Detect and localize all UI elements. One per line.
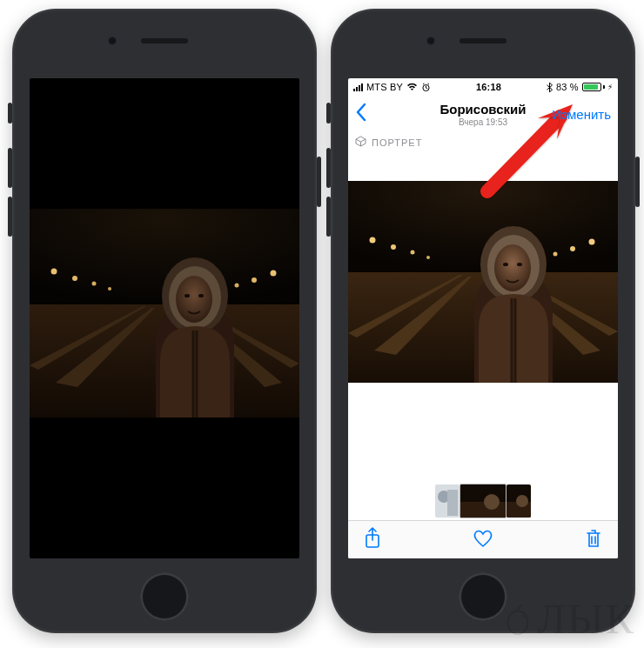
earpiece-speaker: [460, 38, 506, 43]
portrait-photo-illustration: [30, 209, 299, 418]
svg-point-29: [503, 263, 508, 266]
svg-point-39: [516, 495, 528, 507]
battery-icon: ⚡︎: [582, 83, 613, 91]
back-button[interactable]: [355, 103, 367, 125]
svg-rect-33: [447, 490, 458, 516]
power-button: [635, 157, 640, 207]
apple-icon: [501, 603, 534, 636]
thumbnail-current[interactable]: [460, 484, 506, 518]
wifi-icon: [406, 83, 418, 91]
watermark: ЛЫК: [501, 595, 635, 643]
svg-point-3: [72, 276, 77, 281]
portrait-label: ПОРТРЕТ: [372, 137, 422, 148]
svg-point-6: [271, 271, 277, 277]
carrier-label: MTS BY: [366, 82, 403, 92]
status-right: 83 % ⚡︎: [547, 82, 613, 92]
favorite-button[interactable]: [473, 529, 493, 551]
earpiece-speaker: [141, 38, 188, 43]
svg-point-19: [391, 244, 396, 250]
volume-up-button: [8, 148, 12, 188]
svg-point-14: [198, 294, 204, 297]
share-button[interactable]: [364, 527, 381, 553]
thumbnail-next[interactable]: [506, 484, 531, 518]
phone-mock-left: [12, 9, 317, 633]
svg-point-18: [370, 237, 376, 244]
svg-point-20: [411, 251, 415, 255]
alarm-icon: [421, 83, 431, 92]
volume-down-button: [326, 197, 331, 237]
power-button: [317, 157, 321, 207]
svg-point-36: [484, 494, 500, 510]
front-camera: [426, 37, 435, 45]
svg-point-13: [184, 294, 190, 297]
nav-bar: Борисовский Вчера 19:53 Изменить: [348, 96, 618, 132]
volume-up-button: [326, 148, 331, 188]
svg-point-30: [517, 263, 522, 266]
home-button[interactable]: [140, 572, 189, 621]
svg-point-8: [235, 284, 239, 288]
svg-point-2: [51, 269, 57, 275]
thumbnail-strip[interactable]: [348, 482, 618, 520]
bottom-toolbar: [348, 520, 618, 558]
mute-switch: [8, 103, 12, 124]
thumbnail-prev[interactable]: [435, 484, 460, 518]
screen-camera-preview: [30, 78, 299, 558]
mute-switch: [326, 103, 331, 124]
chevron-left-icon: [355, 103, 367, 125]
photo-viewer[interactable]: [348, 181, 618, 383]
svg-point-28: [494, 244, 531, 291]
svg-point-12: [176, 276, 212, 323]
cube-icon: [355, 136, 366, 149]
volume-down-button: [8, 197, 12, 237]
portrait-mode-badge: ПОРТРЕТ: [355, 136, 422, 149]
portrait-photo-illustration: [348, 181, 618, 383]
svg-rect-35: [460, 502, 506, 518]
svg-point-5: [108, 287, 111, 291]
delete-button[interactable]: [585, 528, 602, 552]
svg-point-4: [92, 282, 97, 286]
battery-percent-label: 83 %: [556, 82, 579, 92]
watermark-text: ЛЫК: [538, 595, 635, 643]
status-time: 16:18: [476, 82, 501, 92]
cellular-signal-icon: [353, 83, 363, 91]
svg-point-21: [426, 256, 430, 259]
bluetooth-icon: [547, 83, 553, 92]
svg-point-24: [553, 252, 558, 257]
status-bar: MTS BY 16:18 83 % ⚡︎: [348, 78, 618, 96]
screen-photos-app: MTS BY 16:18 83 % ⚡︎: [348, 78, 618, 558]
svg-point-22: [589, 239, 595, 245]
comparison-stage: MTS BY 16:18 83 % ⚡︎: [0, 0, 644, 648]
status-left: MTS BY: [353, 82, 431, 92]
camera-photo-preview: [30, 209, 299, 418]
svg-point-23: [570, 246, 575, 251]
edit-button[interactable]: Изменить: [552, 107, 611, 122]
svg-point-7: [252, 277, 257, 283]
phone-mock-right: MTS BY 16:18 83 % ⚡︎: [331, 9, 635, 633]
front-camera: [108, 37, 117, 45]
